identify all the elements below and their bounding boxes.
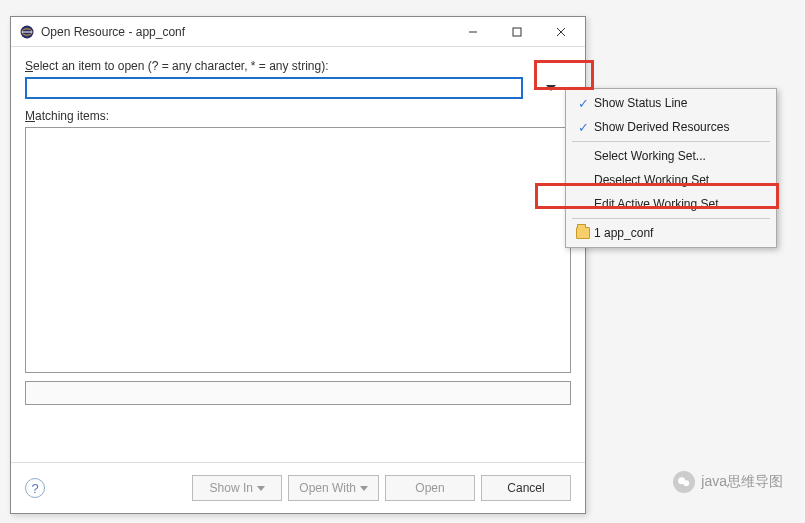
titlebar: Open Resource - app_conf <box>11 17 585 47</box>
check-icon: ✓ <box>578 96 589 111</box>
dialog-body: Select an item to open (? = any characte… <box>11 47 585 462</box>
matching-items-list[interactable] <box>25 127 571 373</box>
wechat-icon <box>673 471 695 493</box>
status-bar <box>25 381 571 405</box>
menu-show-status-line[interactable]: ✓ Show Status Line <box>568 91 774 115</box>
watermark-text: java思维导图 <box>701 473 783 491</box>
menu-deselect-working-set[interactable]: Deselect Working Set <box>568 168 774 192</box>
dialog-title: Open Resource - app_conf <box>41 25 451 39</box>
svg-point-7 <box>684 480 690 486</box>
menu-item-label: Deselect Working Set <box>594 173 709 187</box>
menu-item-label: Select Working Set... <box>594 149 706 163</box>
select-item-label: Select an item to open (? = any characte… <box>25 59 571 73</box>
menu-item-label: 1 app_conf <box>594 226 653 240</box>
open-button[interactable]: Open <box>385 475 475 501</box>
maximize-button[interactable] <box>495 18 539 46</box>
menu-item-label: Edit Active Working Set... <box>594 197 729 211</box>
help-icon[interactable]: ? <box>25 478 45 498</box>
menu-separator <box>572 218 770 219</box>
cancel-button[interactable]: Cancel <box>481 475 571 501</box>
triangle-down-icon <box>546 85 556 91</box>
eclipse-icon <box>19 24 35 40</box>
svg-rect-3 <box>513 28 521 36</box>
menu-select-working-set[interactable]: Select Working Set... <box>568 144 774 168</box>
menu-item-label: Show Derived Resources <box>594 120 729 134</box>
open-with-button[interactable]: Open With <box>288 475 379 501</box>
open-resource-dialog: Open Resource - app_conf Select an item … <box>10 16 586 514</box>
close-button[interactable] <box>539 18 583 46</box>
button-bar: ? Show In Open With Open Cancel <box>11 462 585 513</box>
minimize-button[interactable] <box>451 18 495 46</box>
matching-items-label: Matching items: <box>25 109 571 123</box>
check-icon: ✓ <box>578 120 589 135</box>
menu-item-label: Show Status Line <box>594 96 687 110</box>
menu-edit-active-working-set[interactable]: Edit Active Working Set... <box>568 192 774 216</box>
menu-recent-working-set[interactable]: 1 app_conf <box>568 221 774 245</box>
watermark: java思维导图 <box>673 471 783 493</box>
search-input[interactable] <box>25 77 523 99</box>
chevron-down-icon <box>360 486 368 491</box>
menu-show-derived-resources[interactable]: ✓ Show Derived Resources <box>568 115 774 139</box>
folder-icon <box>576 227 590 239</box>
view-menu: ✓ Show Status Line ✓ Show Derived Resour… <box>565 88 777 248</box>
window-buttons <box>451 18 583 46</box>
menu-separator <box>572 141 770 142</box>
show-in-button[interactable]: Show In <box>192 475 282 501</box>
chevron-down-icon <box>257 486 265 491</box>
